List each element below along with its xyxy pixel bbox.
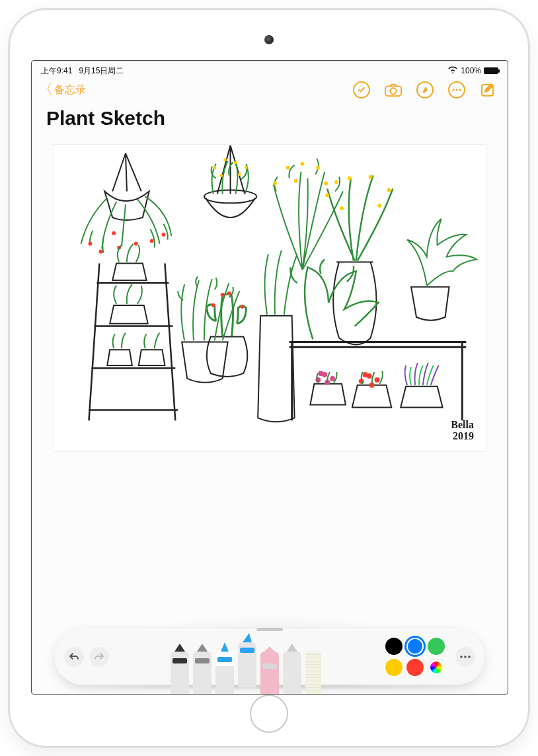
plant-sketch-drawing — [54, 145, 486, 451]
color-palette — [385, 638, 445, 676]
svg-point-16 — [234, 161, 237, 164]
svg-point-49 — [468, 656, 471, 658]
note-title[interactable]: Plant Sketch — [46, 107, 493, 130]
toolbar-grabber[interactable] — [256, 628, 283, 631]
svg-point-36 — [240, 305, 244, 309]
ruler-tool[interactable] — [305, 652, 321, 695]
svg-point-29 — [369, 175, 373, 179]
svg-point-19 — [238, 172, 241, 176]
status-left: 上午9:41 9月15日周二 — [41, 65, 124, 77]
sketch-signature: Bella 2019 — [451, 419, 474, 442]
svg-point-26 — [324, 182, 328, 186]
pencil-tool[interactable] — [193, 652, 211, 695]
note-header: Plant Sketch — [32, 104, 508, 133]
back-label: 备忘录 — [54, 83, 86, 97]
markup-button[interactable] — [416, 81, 434, 98]
redo-button[interactable] — [89, 647, 109, 667]
undo-button[interactable] — [64, 647, 84, 667]
status-bar: 上午9:41 9月15日周二 100% — [32, 61, 508, 78]
screen: 上午9:41 9月15日周二 100% 〈 备忘录 — [31, 60, 508, 695]
svg-point-30 — [387, 188, 391, 192]
wifi-icon — [447, 66, 458, 75]
marker-tool[interactable] — [215, 652, 234, 695]
checklist-button[interactable] — [353, 81, 370, 98]
lasso-tool[interactable] — [283, 652, 301, 695]
battery-percent: 100% — [461, 66, 481, 75]
svg-point-39 — [330, 376, 335, 381]
svg-point-33 — [221, 293, 225, 297]
svg-point-32 — [378, 204, 382, 208]
more-button[interactable] — [448, 81, 465, 98]
camera-button[interactable] — [385, 81, 402, 98]
status-date: 9月15日周二 — [79, 66, 124, 75]
svg-point-24 — [334, 180, 338, 184]
compose-button[interactable] — [480, 81, 497, 98]
color-red[interactable] — [406, 659, 424, 676]
svg-point-7 — [98, 250, 102, 254]
toolbar-more-button[interactable] — [455, 647, 475, 667]
navbar: 〈 备忘录 — [32, 78, 508, 104]
color-blue[interactable] — [406, 638, 424, 655]
svg-point-48 — [464, 656, 467, 658]
svg-point-2 — [452, 89, 454, 91]
front-camera — [264, 35, 274, 44]
svg-point-3 — [455, 89, 457, 91]
svg-point-25 — [294, 179, 298, 183]
color-picker-button[interactable] — [428, 659, 445, 676]
drawing-canvas[interactable]: Bella 2019 — [53, 144, 486, 452]
svg-point-44 — [375, 377, 380, 383]
svg-point-20 — [273, 182, 277, 186]
color-yellow[interactable] — [385, 659, 403, 676]
svg-point-27 — [325, 193, 329, 197]
home-button[interactable] — [250, 695, 288, 733]
svg-point-41 — [318, 371, 323, 376]
back-button[interactable]: 〈 备忘录 — [38, 83, 86, 97]
svg-point-15 — [223, 158, 227, 161]
pen-tool[interactable] — [171, 652, 189, 695]
chevron-left-icon: 〈 — [38, 82, 53, 96]
eraser-tool[interactable] — [260, 652, 279, 695]
svg-point-23 — [316, 166, 320, 170]
tool-tray — [116, 629, 376, 685]
svg-point-22 — [301, 162, 305, 166]
signature-year: 2019 — [451, 430, 474, 442]
svg-point-46 — [363, 372, 368, 377]
svg-point-21 — [286, 166, 290, 170]
svg-point-11 — [112, 231, 116, 235]
svg-point-17 — [245, 166, 248, 169]
svg-point-14 — [213, 166, 216, 169]
ipad-device-frame: 上午9:41 9月15日周二 100% 〈 备忘录 — [9, 9, 529, 747]
svg-point-10 — [162, 233, 166, 237]
status-time: 上午9:41 — [41, 66, 72, 75]
svg-point-9 — [150, 239, 154, 243]
svg-point-35 — [211, 303, 215, 307]
color-green[interactable] — [428, 638, 445, 655]
status-right: 100% — [447, 66, 498, 75]
color-black[interactable] — [385, 638, 403, 655]
battery-icon — [484, 67, 498, 74]
svg-point-4 — [459, 89, 461, 91]
markup-toolbar[interactable] — [55, 629, 484, 685]
svg-point-6 — [89, 242, 93, 246]
highlighter-tool[interactable] — [238, 642, 256, 689]
svg-point-28 — [348, 176, 352, 180]
signature-name: Bella — [451, 419, 474, 431]
svg-point-34 — [227, 291, 231, 295]
svg-point-12 — [134, 242, 138, 246]
svg-point-31 — [340, 206, 344, 210]
svg-point-47 — [460, 656, 463, 658]
svg-point-18 — [219, 174, 223, 177]
nav-actions — [353, 81, 497, 98]
svg-point-1 — [390, 88, 396, 94]
